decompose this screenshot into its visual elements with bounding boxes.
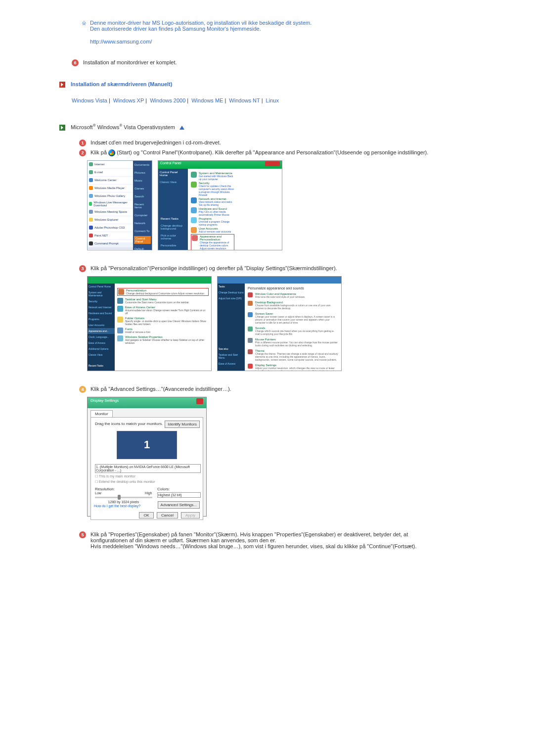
close-icon[interactable] bbox=[196, 398, 203, 404]
display-settings-dialog: Display Settings Monitor Drag the icons … bbox=[87, 397, 207, 517]
step-6-text: Installation af monitordriver er komplet… bbox=[83, 59, 444, 65]
cancel-button[interactable]: Cancel bbox=[157, 512, 178, 519]
step-1-text: Indsæt cd'en med brugervejledningen i cd… bbox=[90, 140, 442, 145]
step-3-text: Klik på "Personalization"(Personlige ind… bbox=[90, 265, 442, 271]
step-1-row: 1 Indsæt cd'en med brugervejledningen i … bbox=[79, 140, 475, 146]
vista-section-title: Microsoft® Windows® Vista Operativsystem bbox=[59, 123, 475, 131]
os-title-post: Vista Operativsystem bbox=[122, 124, 175, 130]
authorization-note: ※ Denne monitor-driver har MS Logo-autor… bbox=[82, 20, 475, 45]
green-arrow-icon bbox=[59, 125, 65, 131]
dialog-title: Display Settings bbox=[90, 398, 119, 407]
arrow-icon bbox=[59, 82, 65, 88]
ok-button[interactable]: OK bbox=[139, 512, 154, 519]
screenshot-row-1: Internet E-mail Welcome Center Windows M… bbox=[87, 160, 475, 250]
monitor-preview: 1 bbox=[117, 431, 177, 459]
appearance-highlight: Appearance and PersonalizationChange the… bbox=[191, 234, 234, 250]
screenshot-row-3: Display Settings Monitor Drag the icons … bbox=[87, 397, 475, 517]
best-display-link[interactable]: How do I get the best display? bbox=[94, 504, 140, 508]
control-panel-screenshot: Control Panel Control Panel Home Classic… bbox=[158, 160, 282, 250]
monitor-tab[interactable]: Monitor bbox=[90, 410, 113, 417]
samsung-link[interactable]: http://www.samsung.com/ bbox=[90, 39, 436, 45]
note-text: Denne monitor-driver har MS Logo-autoris… bbox=[90, 20, 436, 45]
start-menu-left: Internet E-mail Welcome Center Windows M… bbox=[88, 161, 133, 242]
resolution-value: 1280 by 1024 pixels bbox=[95, 500, 152, 504]
personalization-highlight: PersonalizationChange desktop background… bbox=[117, 288, 209, 296]
manual-header-label: Installation af skærmdriveren (Manuelt) bbox=[71, 81, 172, 87]
step-4-num: 4 bbox=[79, 386, 86, 393]
step-2-row: 2 Klik på (Start) og "Control Panel"(Kon… bbox=[79, 149, 475, 156]
start-orb-icon bbox=[108, 149, 115, 156]
os-title-mid: Windows bbox=[96, 124, 120, 130]
note-symbol: ※ bbox=[82, 20, 87, 27]
identify-monitors-button[interactable]: Identify Monitors bbox=[165, 421, 200, 428]
step-6-row: 6 Installation af monitordriver er kompl… bbox=[72, 59, 475, 66]
appearance-screenshot: Control Panel HomeSystem and Maintenance… bbox=[87, 276, 212, 371]
colors-label: Colors: bbox=[157, 487, 199, 491]
link-2000[interactable]: Windows 2000 bbox=[150, 97, 185, 103]
link-vista[interactable]: Windows Vista bbox=[72, 97, 107, 103]
step-3-row: 3 Klik på "Personalization"(Personlige i… bbox=[79, 265, 475, 272]
step-3-num: 3 bbox=[79, 265, 86, 272]
step-4-text: Klik på "Advanced Settings…"(Avancerede … bbox=[90, 386, 442, 392]
note-line-2: Den autoriserede driver kan findes på Sa… bbox=[90, 26, 261, 32]
step-1-num: 1 bbox=[79, 140, 86, 146]
os-links-row: Windows Vista| Windows XP| Windows 2000|… bbox=[72, 97, 475, 103]
screenshot-row-2: Control Panel HomeSystem and Maintenance… bbox=[87, 276, 475, 371]
colors-select[interactable]: Highest (32 bit) bbox=[157, 492, 201, 498]
link-xp[interactable]: Windows XP bbox=[113, 97, 144, 103]
personalization-screenshot: Tasks Change Desktop Icons Adjust font s… bbox=[217, 276, 342, 371]
step-5-num: 5 bbox=[79, 531, 86, 538]
os-title-pre: Microsoft bbox=[71, 124, 93, 130]
main-monitor-checkbox: ☐ This is my main monitor bbox=[95, 474, 199, 478]
control-panel-highlight: Control Panel bbox=[134, 236, 151, 244]
extend-desktop-checkbox: ☐ Extend the desktop onto this monitor bbox=[95, 480, 199, 484]
step-5-text: Klik på "Properties"(Egenskaber) på fane… bbox=[90, 531, 442, 549]
monitor-select[interactable]: 1. (Multiple Monitors) on NVIDIA GeForce… bbox=[95, 464, 201, 473]
start-menu-right: Documents Pictures Music Games Search Re… bbox=[133, 161, 152, 250]
step-4-row: 4 Klik på "Advanced Settings…"(Avancered… bbox=[79, 386, 475, 393]
resolution-label: Resolution: bbox=[95, 487, 152, 491]
manual-install-header: Installation af skærmdriveren (Manuelt) bbox=[59, 81, 475, 88]
resolution-slider[interactable] bbox=[95, 497, 152, 498]
step-2-text: Klik på (Start) og "Control Panel"(Kontr… bbox=[90, 149, 442, 156]
apply-button: Apply bbox=[181, 512, 200, 519]
link-nt[interactable]: Windows NT bbox=[229, 97, 260, 103]
link-me[interactable]: Windows ME bbox=[191, 97, 223, 103]
step-6-bullet: 6 bbox=[72, 59, 79, 66]
note-line-1: Denne monitor-driver har MS Logo-autoris… bbox=[90, 20, 312, 26]
start-menu-screenshot: Internet E-mail Welcome Center Windows M… bbox=[87, 160, 152, 250]
step-5-row: 5 Klik på "Properties"(Egenskaber) på fa… bbox=[79, 531, 475, 549]
advanced-settings-button[interactable]: Advanced Settings... bbox=[158, 501, 200, 509]
collapse-icon[interactable] bbox=[179, 126, 184, 130]
step-2-num: 2 bbox=[79, 149, 86, 156]
link-linux[interactable]: Linux bbox=[266, 97, 279, 103]
